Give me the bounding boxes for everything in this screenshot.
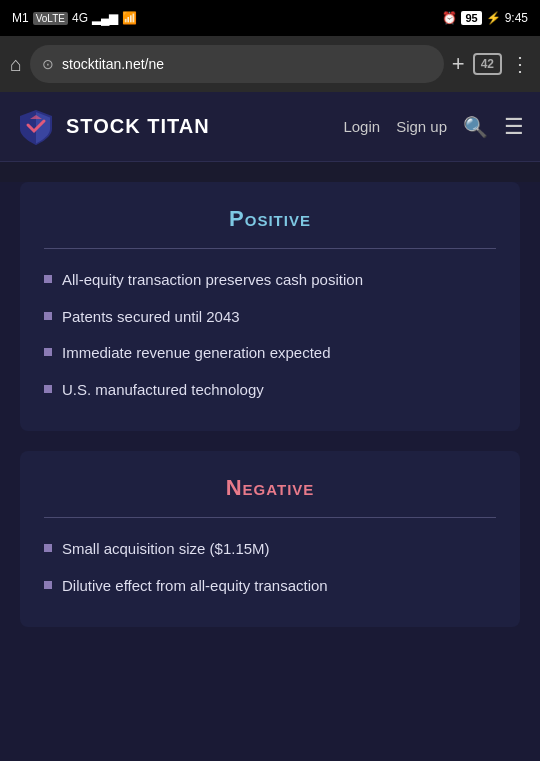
list-item: U.S. manufactured technology bbox=[44, 379, 496, 402]
bullet-icon bbox=[44, 544, 52, 552]
positive-item-4: U.S. manufactured technology bbox=[62, 379, 264, 402]
status-bar: M1 VoLTE 4G ▂▄▆ 📶 ⏰ 95 ⚡ 9:45 bbox=[0, 0, 540, 36]
app-header: STOCK TITAN Login Sign up 🔍 ☰ bbox=[0, 92, 540, 162]
battery-label: 95 bbox=[461, 11, 481, 25]
positive-bullet-list: All-equity transaction preserves cash po… bbox=[44, 269, 496, 401]
list-item: All-equity transaction preserves cash po… bbox=[44, 269, 496, 292]
browser-chrome: ⌂ ⊙ stocktitan.net/ne + 42 ⋮ bbox=[0, 36, 540, 92]
hamburger-menu-icon[interactable]: ☰ bbox=[504, 114, 524, 140]
bullet-icon bbox=[44, 348, 52, 356]
positive-section: Positive All-equity transaction preserve… bbox=[20, 182, 520, 431]
list-item: Patents secured until 2043 bbox=[44, 306, 496, 329]
url-text: stocktitan.net/ne bbox=[62, 56, 432, 72]
new-tab-button[interactable]: + bbox=[452, 51, 465, 77]
bullet-icon bbox=[44, 312, 52, 320]
logo-container: STOCK TITAN bbox=[16, 107, 210, 147]
time-label: 9:45 bbox=[505, 11, 528, 25]
logo-icon bbox=[16, 107, 56, 147]
app-title: STOCK TITAN bbox=[66, 115, 210, 138]
carrier-label: M1 bbox=[12, 11, 29, 25]
negative-item-1: Small acquisition size ($1.15M) bbox=[62, 538, 270, 561]
status-left: M1 VoLTE 4G ▂▄▆ 📶 bbox=[12, 11, 137, 25]
url-security-icon: ⊙ bbox=[42, 56, 54, 72]
positive-title: Positive bbox=[44, 206, 496, 232]
main-content: Positive All-equity transaction preserve… bbox=[0, 182, 540, 761]
header-nav: Login Sign up 🔍 ☰ bbox=[343, 114, 524, 140]
browser-home-button[interactable]: ⌂ bbox=[10, 53, 22, 76]
list-item: Immediate revenue generation expected bbox=[44, 342, 496, 365]
charging-icon: ⚡ bbox=[486, 11, 501, 25]
volte-label: VoLTE bbox=[33, 12, 68, 25]
wifi-icon: 📶 bbox=[122, 11, 137, 25]
bullet-icon bbox=[44, 581, 52, 589]
status-right: ⏰ 95 ⚡ 9:45 bbox=[442, 11, 528, 25]
network-label: 4G bbox=[72, 11, 88, 25]
positive-item-3: Immediate revenue generation expected bbox=[62, 342, 331, 365]
tabs-count-button[interactable]: 42 bbox=[473, 53, 502, 75]
negative-divider bbox=[44, 517, 496, 518]
url-bar[interactable]: ⊙ stocktitan.net/ne bbox=[30, 45, 444, 83]
list-item: Dilutive effect from all-equity transact… bbox=[44, 575, 496, 598]
list-item: Small acquisition size ($1.15M) bbox=[44, 538, 496, 561]
bullet-icon bbox=[44, 275, 52, 283]
negative-item-2: Dilutive effect from all-equity transact… bbox=[62, 575, 328, 598]
positive-item-1: All-equity transaction preserves cash po… bbox=[62, 269, 363, 292]
negative-title: Negative bbox=[44, 475, 496, 501]
negative-bullet-list: Small acquisition size ($1.15M) Dilutive… bbox=[44, 538, 496, 597]
signal-icon: ▂▄▆ bbox=[92, 11, 119, 25]
signup-link[interactable]: Sign up bbox=[396, 118, 447, 135]
positive-item-2: Patents secured until 2043 bbox=[62, 306, 240, 329]
positive-divider bbox=[44, 248, 496, 249]
search-icon[interactable]: 🔍 bbox=[463, 115, 488, 139]
alarm-icon: ⏰ bbox=[442, 11, 457, 25]
browser-menu-button[interactable]: ⋮ bbox=[510, 52, 530, 76]
bullet-icon bbox=[44, 385, 52, 393]
login-link[interactable]: Login bbox=[343, 118, 380, 135]
negative-section: Negative Small acquisition size ($1.15M)… bbox=[20, 451, 520, 627]
